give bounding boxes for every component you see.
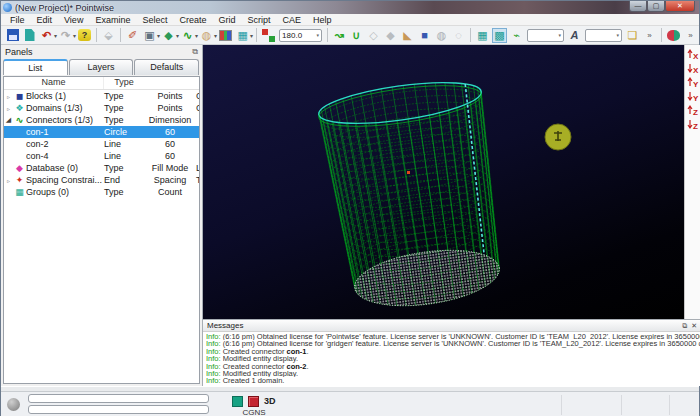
maximize-button[interactable]: ▢ xyxy=(647,1,665,12)
messages-header[interactable]: Messages ⧉ ✕ xyxy=(203,320,700,332)
expand-icon[interactable]: ▹ xyxy=(4,177,13,184)
curve-tool-icon[interactable]: ∿ xyxy=(180,28,195,43)
attribute-combo[interactable]: ▾ xyxy=(585,29,622,42)
tree-header-name[interactable]: Name xyxy=(4,77,104,89)
menu-view[interactable]: View xyxy=(58,14,89,26)
sphere-b-icon[interactable]: ◌ xyxy=(451,28,466,43)
overflow-icon[interactable]: » xyxy=(642,28,657,43)
diamond-a-icon[interactable]: ◇ xyxy=(366,28,381,43)
minimize-button[interactable]: — xyxy=(629,1,647,12)
collapse-icon[interactable]: ◢ xyxy=(4,116,13,124)
view-minus-z-button[interactable]: Z xyxy=(686,117,700,130)
help-icon[interactable]: ? xyxy=(77,28,92,43)
rotation-angle-combo[interactable]: 180.0▾ xyxy=(279,29,322,42)
solid-cube-icon[interactable]: ⬙ xyxy=(101,28,116,43)
menu-select[interactable]: Select xyxy=(136,14,173,26)
svg-text:Y: Y xyxy=(693,80,699,88)
curve-dropdown-icon[interactable]: ▾ xyxy=(195,32,198,39)
sphere-a-icon[interactable]: ◍ xyxy=(434,28,449,43)
tab-layers[interactable]: Layers xyxy=(69,59,134,75)
tab-defaults[interactable]: Defaults xyxy=(134,59,199,75)
layers-icon[interactable]: ❏ xyxy=(625,28,640,43)
render-mask-icon[interactable] xyxy=(666,28,681,43)
menu-examine[interactable]: Examine xyxy=(89,14,136,26)
diamond-b-icon[interactable]: ◆ xyxy=(383,28,398,43)
open-icon[interactable] xyxy=(22,28,37,43)
tree-row-domains[interactable]: ▹ ❖ Domains (1/3) Type Points Cells xyxy=(4,102,199,114)
tree-row-con-2[interactable]: con-2 Line 60 xyxy=(4,138,199,150)
expand-icon[interactable]: ▹ xyxy=(4,93,13,100)
menu-create[interactable]: Create xyxy=(173,14,212,26)
menu-edit[interactable]: Edit xyxy=(31,14,59,26)
expand-icon[interactable]: ▹ xyxy=(4,105,13,112)
view-minus-x-button[interactable]: X xyxy=(686,61,700,74)
curve-b-icon[interactable]: ∪ xyxy=(349,28,364,43)
viewport-cursor xyxy=(545,124,571,150)
diamond-dropdown-icon[interactable]: ▾ xyxy=(176,32,179,39)
database-icon: ◆ xyxy=(13,163,26,173)
tree-header[interactable]: Name Type xyxy=(4,77,199,90)
undo-icon[interactable]: ↶ xyxy=(39,28,54,43)
connectors-icon: ∿ xyxy=(13,115,26,125)
curve-a-icon[interactable]: ↝ xyxy=(332,28,347,43)
cone-icon[interactable]: ◣ xyxy=(400,28,415,43)
tree-row-groups[interactable]: ▦ Groups (0) Type Count xyxy=(4,186,199,198)
view-plus-z-button[interactable]: Z xyxy=(686,103,700,116)
redo-icon[interactable]: ↷ xyxy=(58,28,73,43)
dimension-mode-label: 3D xyxy=(264,396,276,406)
messages-close-icon[interactable]: ✕ xyxy=(691,322,697,330)
tree-row-con-4[interactable]: con-4 Line 60 xyxy=(4,150,199,162)
cube-outline-icon[interactable]: ▣ xyxy=(142,28,157,43)
menu-grid[interactable]: Grid xyxy=(212,14,241,26)
redo-dropdown-icon[interactable]: ▾ xyxy=(73,32,76,39)
title-bar[interactable]: (New Project)* Pointwise — ▢ ✕ xyxy=(1,1,699,14)
menu-help[interactable]: Help xyxy=(307,14,338,26)
close-button[interactable]: ✕ xyxy=(665,1,695,12)
menu-cae[interactable]: CAE xyxy=(276,14,307,26)
tree-row-con-1[interactable]: con-1 Circle 60 xyxy=(4,126,199,138)
mask-dropdown-icon[interactable]: ▾ xyxy=(250,32,253,39)
green-diamond-icon[interactable]: ◆ xyxy=(161,28,176,43)
sphere-dropdown-icon[interactable]: ▾ xyxy=(214,32,217,39)
paint-icon[interactable]: ✐ xyxy=(125,28,140,43)
cgns-label: CGNS xyxy=(229,408,279,416)
connector-icon[interactable]: ⌁ xyxy=(509,28,524,43)
view-plus-x-button[interactable]: X xyxy=(686,47,700,60)
cube-dropdown-icon[interactable]: ▾ xyxy=(157,32,160,39)
display-viewport[interactable] xyxy=(203,45,684,319)
status-field-2[interactable] xyxy=(28,405,209,414)
messages-float-icon[interactable]: ⧉ xyxy=(682,322,687,330)
grid-shaded-icon[interactable]: ▩ xyxy=(492,28,507,43)
tree-header-type[interactable]: Type xyxy=(104,77,144,89)
sphere-tool-icon[interactable]: ◍ xyxy=(199,28,214,43)
tree-row-blocks[interactable]: ▹ ◼ Blocks (1) Type Points Cells xyxy=(4,90,199,102)
overflow2-icon[interactable]: » xyxy=(683,28,698,43)
tree-row-spacing-constraints[interactable]: ▹ ✦ Spacing Constrai... End Spacing Type xyxy=(4,174,199,186)
view-minus-y-button[interactable]: Y xyxy=(686,89,700,102)
svg-text:Z: Z xyxy=(693,108,698,116)
annotation-icon[interactable]: A xyxy=(567,28,582,43)
status-sphere-icon xyxy=(7,398,20,411)
save-icon[interactable] xyxy=(5,28,20,43)
cgns-format-icon[interactable] xyxy=(232,396,243,407)
view-plus-y-button[interactable]: Y xyxy=(686,75,700,88)
mask-tool-icon[interactable]: ▦ xyxy=(235,28,250,43)
messages-title: Messages xyxy=(207,321,243,330)
grid-level-combo[interactable]: ▾ xyxy=(527,29,564,42)
svg-text:X: X xyxy=(693,52,699,60)
cae-solver-icon[interactable] xyxy=(248,396,259,407)
tab-list[interactable]: List xyxy=(3,59,68,75)
grid-view-icon[interactable]: ▦ xyxy=(475,28,490,43)
undo-dropdown-icon[interactable]: ▾ xyxy=(54,32,57,39)
menu-file[interactable]: File xyxy=(4,14,31,26)
axes-swap-icon[interactable] xyxy=(261,28,276,43)
log-line: Info: Created 1 domain. xyxy=(206,377,700,384)
panel-float-icon[interactable]: ⧉ xyxy=(192,47,198,57)
menu-script[interactable]: Script xyxy=(241,14,276,26)
status-field-1[interactable] xyxy=(28,394,209,403)
tree-row-connectors[interactable]: ◢ ∿ Connectors (1/3) Type Dimension xyxy=(4,114,199,126)
tree-row-database[interactable]: ◆ Database (0) Type Fill Mode Line ... xyxy=(4,162,199,174)
blue-cube-icon[interactable]: ■ xyxy=(417,28,432,43)
picture-icon[interactable] xyxy=(218,28,233,43)
log-line: Info: Modified entity display. xyxy=(206,370,700,377)
